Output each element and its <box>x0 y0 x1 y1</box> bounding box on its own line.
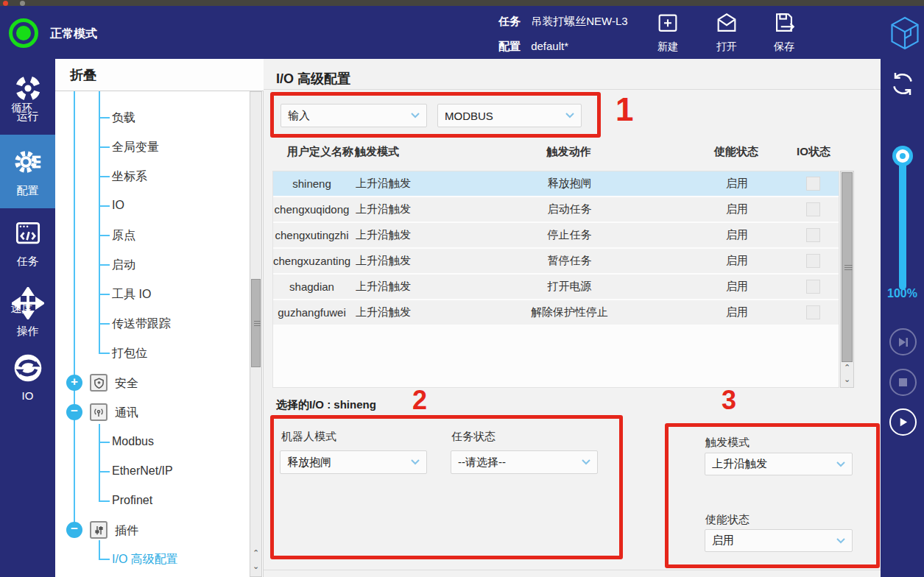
task-state-value: --请选择-- <box>458 456 506 470</box>
table-scrollbar-thumb[interactable] <box>842 172 853 362</box>
table-row[interactable]: chengxuzanting 上升沿触发 暂停任务 启用 <box>273 249 839 273</box>
tree-tick <box>99 117 110 118</box>
table-row[interactable]: shagdian 上升沿触发 打开电源 启用 <box>273 275 839 299</box>
collapse-minus-icon[interactable]: − <box>66 404 82 420</box>
tree-item-global-vars[interactable]: 全局变量 <box>112 140 159 155</box>
speed-slider[interactable] <box>899 153 906 290</box>
chevron-down-icon <box>565 113 574 118</box>
cell-trigger-mode: 上升沿触发 <box>350 177 454 191</box>
sidebar-item-task[interactable]: 任务 <box>0 217 55 276</box>
cell-enable: 启用 <box>685 228 789 242</box>
open-button-label: 打开 <box>710 40 744 54</box>
tree-node-plugin[interactable]: 插件 <box>115 523 138 539</box>
robot-mode-value: 释放抱闸 <box>287 456 331 470</box>
io-state-checkbox[interactable] <box>806 228 820 242</box>
tree-line <box>99 424 100 502</box>
enable-state-label: 使能状态 <box>705 513 750 527</box>
tree-item-startup[interactable]: 启动 <box>112 258 135 273</box>
shield-icon <box>90 374 107 392</box>
expand-plus-icon[interactable]: + <box>66 375 82 391</box>
open-button[interactable]: 打开 <box>710 11 744 54</box>
trigger-mode-select[interactable]: 上升沿触发 <box>705 453 853 475</box>
save-button[interactable]: 保存 <box>767 11 801 54</box>
save-button-label: 保存 <box>767 40 801 54</box>
tree-item-profinet[interactable]: Profinet <box>112 494 152 507</box>
play-button[interactable] <box>889 408 917 436</box>
protocol-select[interactable]: MODBUS <box>437 104 582 127</box>
io-direction-select[interactable]: 输入 <box>281 104 427 127</box>
stop-icon <box>898 378 908 387</box>
annotation-number-2: 2 <box>412 385 427 416</box>
tree-scrollbar-thumb[interactable] <box>251 279 261 367</box>
loop-label: 循环 <box>0 102 43 115</box>
loop-icon[interactable] <box>888 69 917 102</box>
tree-item-modbus[interactable]: Modbus <box>112 435 154 448</box>
table-row[interactable]: shineng 上升沿触发 释放抱闸 启用 <box>273 171 839 196</box>
table-row[interactable]: chengxutingzhi 上升沿触发 停止任务 启用 <box>273 223 839 247</box>
collapse-minus-icon[interactable]: − <box>66 522 82 538</box>
os-titlebar <box>0 0 924 6</box>
step-button[interactable] <box>889 328 917 355</box>
tree-item-payload[interactable]: 负载 <box>112 110 135 126</box>
enable-state-select[interactable]: 启用 <box>705 529 853 552</box>
stop-button[interactable] <box>889 369 917 396</box>
config-value: default* <box>531 40 568 52</box>
sidebar-item-io[interactable]: IO <box>0 352 55 411</box>
status-dot-icon <box>16 26 31 40</box>
sidebar-item-task-label: 任务 <box>0 255 55 269</box>
tree-collapse-button[interactable]: 折叠 <box>55 59 264 91</box>
tree-line <box>74 91 75 531</box>
table-row[interactable]: guzhangfuwei 上升沿触发 解除保护性停止 启用 <box>273 300 839 325</box>
tree-item-tool-io[interactable]: 工具 IO <box>112 287 151 302</box>
tree-tick <box>99 500 110 502</box>
tree-item-conveyor[interactable]: 传送带跟踪 <box>112 316 171 332</box>
tree-node-safety[interactable]: 安全 <box>115 376 138 392</box>
trigger-mode-label: 触发模式 <box>705 436 750 450</box>
tree-line <box>99 540 100 560</box>
task-state-select[interactable]: --请选择-- <box>451 450 598 474</box>
window-close-icon[interactable] <box>3 1 8 6</box>
cell-trigger-mode: 上升沿触发 <box>350 254 454 268</box>
tree-scrollbar[interactable]: ⌃ ⌄ <box>250 91 262 577</box>
play-icon <box>897 417 909 428</box>
sidebar-item-operate[interactable]: 操作 <box>0 287 55 346</box>
tree-item-pack-pos[interactable]: 打包位 <box>112 346 147 361</box>
task-key: 任务 <box>498 15 521 27</box>
cell-action: 释放抱闸 <box>454 177 685 191</box>
scroll-up-icon[interactable]: ⌃ <box>841 363 853 372</box>
cell-name: chengxutingzhi <box>273 229 350 241</box>
chevron-down-icon <box>411 113 420 118</box>
tree-node-comm[interactable]: 通讯 <box>115 406 138 421</box>
antenna-icon <box>90 403 107 421</box>
io-state-checkbox[interactable] <box>806 280 820 294</box>
tree-item-ethernet-ip[interactable]: EtherNet/IP <box>112 464 173 478</box>
task-value: 吊装打螺丝NEW-L3 <box>531 15 627 27</box>
cell-name: shineng <box>273 177 350 190</box>
robot-mode-select[interactable]: 释放抱闸 <box>280 450 427 474</box>
window-minimize-icon[interactable] <box>20 1 25 6</box>
new-file-icon <box>655 26 680 38</box>
new-button[interactable]: 新建 <box>651 11 685 54</box>
scroll-down-icon[interactable]: ⌄ <box>250 562 261 571</box>
annotation-number-1: 1 <box>616 91 633 128</box>
tree-tick <box>99 264 110 266</box>
io-state-checkbox[interactable] <box>806 202 820 216</box>
io-state-checkbox[interactable] <box>806 305 820 319</box>
table-scrollbar[interactable]: ⌃ ⌄ <box>840 171 854 388</box>
io-state-checkbox[interactable] <box>806 177 820 191</box>
page-title: I/O 高级配置 <box>276 70 350 88</box>
scroll-up-icon[interactable]: ⌃ <box>250 548 261 558</box>
table-row[interactable]: chengxuqidong 上升沿触发 启动任务 启用 <box>273 197 839 222</box>
tree-tick <box>99 205 110 207</box>
tree-item-origin[interactable]: 原点 <box>112 228 135 244</box>
cell-name: guzhangfuwei <box>273 306 350 319</box>
tree-item-io-adv-config[interactable]: I/O 高级配置 <box>112 552 178 567</box>
selected-io-label: 选择的I/O : shineng <box>276 398 376 412</box>
tree-tick <box>99 442 110 443</box>
scroll-down-icon[interactable]: ⌄ <box>841 375 853 384</box>
tree-item-io[interactable]: IO <box>112 199 124 212</box>
sidebar-item-config[interactable]: 配置 <box>0 135 55 208</box>
tree-item-coord[interactable]: 坐标系 <box>112 169 147 185</box>
io-state-checkbox[interactable] <box>806 254 820 268</box>
left-sidebar: 运行 配置 任务 操作 <box>0 59 55 577</box>
